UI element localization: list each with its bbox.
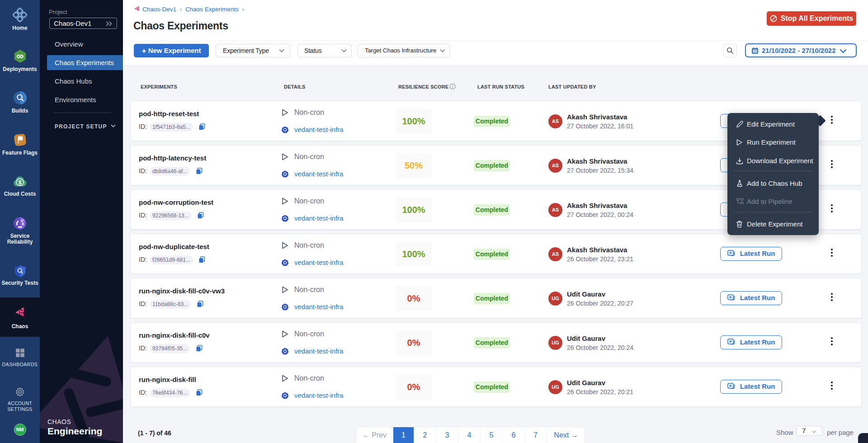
- svg-text:$: $: [19, 179, 22, 186]
- svg-text:∞: ∞: [16, 50, 24, 61]
